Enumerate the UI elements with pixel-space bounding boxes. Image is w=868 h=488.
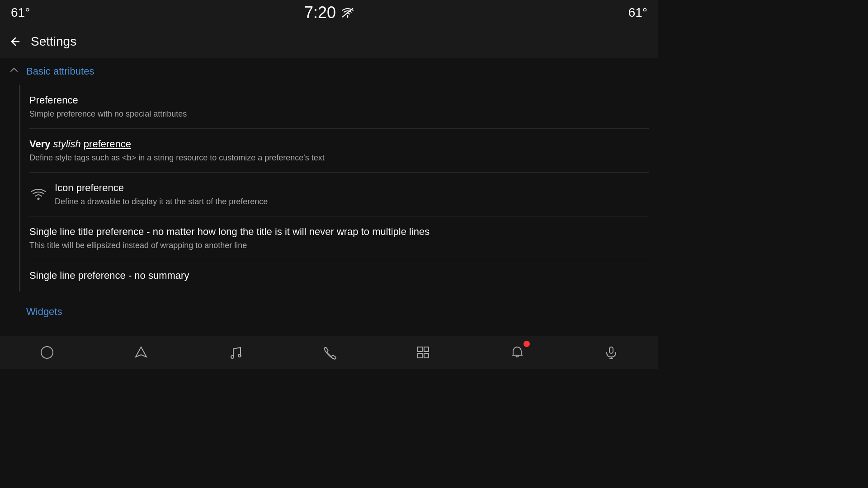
pref-title-icon: Icon preference: [55, 182, 649, 195]
notification-badge: [524, 341, 530, 347]
title-bold-part: Very: [29, 138, 53, 150]
title-italic-part: stylish: [53, 138, 84, 150]
pref-text-nosummary: Single line preference - no summary: [29, 269, 649, 282]
svg-rect-9: [424, 353, 429, 358]
pref-text-preference: Preference Simple preference with no spe…: [29, 94, 649, 119]
pref-text-singleline: Single line title preference - no matter…: [29, 225, 649, 251]
nav-music[interactable]: [217, 336, 253, 369]
svg-rect-6: [418, 347, 422, 352]
bottom-nav: [0, 336, 658, 369]
back-button[interactable]: [9, 35, 22, 48]
list-item[interactable]: Preference Simple preference with no spe…: [20, 85, 658, 128]
pref-summary-singleline: This title will be ellipsized instead of…: [29, 240, 649, 251]
list-item[interactable]: Icon preference Define a drawable to dis…: [20, 173, 658, 216]
nav-phone[interactable]: [311, 336, 347, 369]
status-center: 7:20: [304, 3, 354, 22]
temp-left: 61°: [11, 5, 30, 20]
temp-right: 61°: [628, 5, 647, 20]
pref-summary-icon: Define a drawable to display it at the s…: [55, 197, 649, 207]
list-item[interactable]: Checkbox preference Tap anywhere in this…: [19, 325, 658, 336]
svg-rect-7: [424, 347, 429, 352]
pref-title-singleline: Single line title preference - no matter…: [29, 225, 649, 239]
page-title: Settings: [31, 34, 76, 49]
nav-apps[interactable]: [405, 336, 441, 369]
pref-title-stylish: Very stylish preference: [29, 138, 649, 151]
svg-point-5: [238, 354, 241, 357]
status-bar: 61° 7:20 61°: [0, 0, 658, 25]
pref-text-stylish: Very stylish preference Define style tag…: [29, 138, 649, 163]
svg-point-4: [231, 356, 234, 358]
settings-content: Basic attributes Preference Simple prefe…: [0, 58, 658, 336]
svg-marker-3: [136, 347, 146, 357]
svg-rect-8: [418, 353, 422, 358]
svg-rect-11: [609, 347, 613, 353]
chevron-up-icon[interactable]: [9, 65, 19, 78]
section-title-widgets: Widgets: [26, 306, 62, 318]
pref-text-icon: Icon preference Define a drawable to dis…: [55, 182, 649, 207]
svg-point-1: [38, 197, 40, 200]
nav-microphone[interactable]: [593, 336, 629, 369]
pref-summary-stylish: Define style tags such as <b> in a strin…: [29, 153, 649, 163]
pref-title: Preference: [29, 94, 649, 107]
nav-home[interactable]: [29, 336, 65, 369]
wifi-icon: [341, 7, 354, 18]
wifi-pref-icon: [29, 185, 47, 203]
status-time: 7:20: [304, 3, 336, 22]
svg-point-2: [41, 347, 53, 358]
app-bar: Settings: [0, 25, 658, 58]
list-item[interactable]: Very stylish preference Define style tag…: [20, 129, 658, 172]
nav-notifications[interactable]: [499, 336, 535, 369]
section-widgets[interactable]: Widgets: [0, 299, 658, 325]
list-item[interactable]: Single line preference - no summary: [20, 260, 658, 291]
title-underline-part: preference: [84, 138, 131, 150]
pref-summary: Simple preference with no special attrib…: [29, 109, 649, 119]
pref-title-nosummary: Single line preference - no summary: [29, 269, 649, 282]
section-basic-attributes[interactable]: Basic attributes: [0, 58, 658, 85]
list-item[interactable]: Single line title preference - no matter…: [20, 216, 658, 260]
nav-navigation[interactable]: [123, 336, 159, 369]
section-title-basic: Basic attributes: [26, 66, 94, 77]
